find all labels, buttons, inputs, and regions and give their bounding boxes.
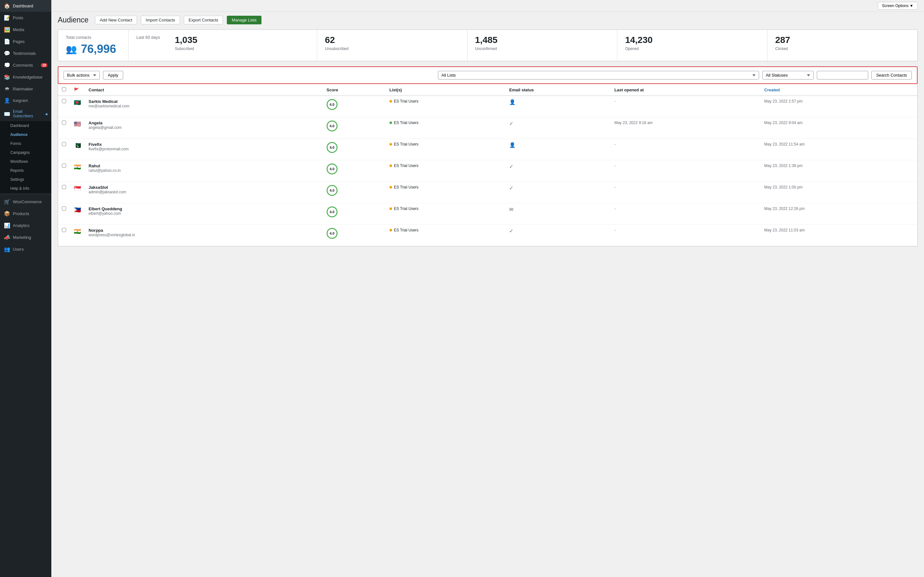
sidebar-item-workflows[interactable]: Workflows — [0, 157, 51, 166]
sidebar-item-media[interactable]: 🖼️ Media — [0, 24, 51, 35]
lists-header: List(s) — [386, 84, 506, 96]
row-flag-cell: 🇮🇳 — [70, 225, 85, 246]
sidebar-item-marketing[interactable]: 📣 Marketing — [0, 231, 51, 243]
row-created-cell: May 23, 2022 9:04 am — [760, 117, 917, 139]
row-last-opened-cell: - — [611, 225, 760, 246]
contact-header: Contact — [85, 84, 323, 96]
total-contacts-value: 👥 76,996 — [66, 42, 121, 56]
sidebar-item-help[interactable]: Help & Info — [0, 184, 51, 193]
table-row: 🇧🇩 Sarkis Medical me@sarkismedical.com E… — [58, 96, 917, 117]
comments-badge: 19 — [41, 63, 47, 67]
contact-email: me@sarkismedical.com — [89, 104, 319, 108]
email-subscribers-submenu: Dashboard Audience Forms Campaigns Workf… — [0, 121, 51, 193]
created-header[interactable]: Created — [760, 84, 917, 96]
posts-icon: 📝 — [4, 15, 10, 21]
contact-email: fivefix@protonmail.com — [89, 147, 319, 151]
row-checkbox-cell — [58, 203, 70, 225]
list-badge: ES Trial Users — [389, 121, 502, 125]
sidebar-item-posts[interactable]: 📝 Posts — [0, 12, 51, 24]
apply-button[interactable]: Apply — [103, 71, 123, 79]
score-circle: 4.0 — [326, 99, 338, 110]
row-checkbox-6[interactable] — [62, 206, 66, 211]
contact-name: Elbert Queddeng — [89, 206, 319, 211]
sidebar-item-campaigns[interactable]: Campaigns — [0, 148, 51, 157]
subscribed-value: 1,035 — [175, 35, 309, 45]
row-list-cell: ES Trial Users — [386, 225, 506, 246]
flag-header: 🚩 — [70, 84, 85, 96]
row-contact-cell: Sarkis Medical me@sarkismedical.com Edit… — [85, 96, 323, 117]
score-header: Score — [323, 84, 386, 96]
import-contacts-button[interactable]: Import Contacts — [141, 16, 180, 24]
row-checkbox-4[interactable] — [62, 163, 66, 168]
row-checkbox-2[interactable] — [62, 121, 66, 125]
unsubscribed-value: 62 — [325, 35, 459, 45]
sidebar-item-woocommerce[interactable]: 🛒 WooCommerce — [0, 196, 51, 208]
email-status-icon: ✉ — [509, 207, 513, 212]
sidebar-item-email-subscribers[interactable]: ✉️ Email Subscribers ◀ — [0, 106, 51, 121]
row-checkbox-cell — [58, 139, 70, 160]
sidebar-item-rainmaker[interactable]: 🌧 Rainmaker — [0, 83, 51, 95]
row-email-status-cell: ✓ — [505, 117, 611, 139]
row-list-cell: ES Trial Users — [386, 96, 506, 117]
row-list-cell: ES Trial Users — [386, 117, 506, 139]
sidebar-item-comments[interactable]: 💭 Comments 19 — [0, 59, 51, 71]
sidebar-item-icegram[interactable]: 👤 Icegram — [0, 95, 51, 106]
lists-filter-select[interactable]: All Lists ES Trial Users Newsletter — [438, 71, 759, 79]
sidebar-item-settings[interactable]: Settings — [0, 175, 51, 184]
search-contacts-input[interactable] — [817, 71, 868, 79]
marketing-icon: 📣 — [4, 234, 10, 240]
sidebar-item-forms[interactable]: Forms — [0, 139, 51, 148]
sidebar-item-audience[interactable]: Audience — [0, 130, 51, 139]
score-circle: 4.0 — [326, 142, 338, 153]
sidebar-item-es-dashboard[interactable]: Dashboard — [0, 121, 51, 130]
add-new-contact-button[interactable]: Add New Contact — [95, 16, 137, 24]
contact-name: Angela — [89, 121, 319, 125]
select-all-checkbox[interactable] — [62, 87, 66, 91]
sidebar-item-dashboard[interactable]: 🏠 Dashboard — [0, 0, 51, 12]
users-icon: 👥 — [4, 246, 10, 252]
row-checkbox-7[interactable] — [62, 228, 66, 232]
manage-lists-button[interactable]: Manage Lists — [227, 16, 261, 24]
list-badge: ES Trial Users — [389, 206, 502, 211]
row-contact-cell: JaksaSlot admin@jaksaslot.com Edit | Del… — [85, 182, 323, 203]
row-last-opened-cell: - — [611, 139, 760, 160]
row-checkbox-3[interactable] — [62, 142, 66, 146]
main-content: Screen Options ▼ Audience Add New Contac… — [51, 0, 924, 577]
last-opened-header: Last opened at — [611, 84, 760, 96]
list-dot — [389, 100, 392, 103]
country-flag: 🇺🇸 — [74, 121, 81, 127]
list-dot — [389, 186, 392, 189]
unconfirmed-label: Unconfirmed — [475, 47, 610, 51]
sidebar-item-knowledgebase[interactable]: 📚 Knowledgebase — [0, 71, 51, 83]
stats-total-contacts: Total contacts 👥 76,996 — [58, 30, 129, 61]
contact-name: Rahul — [89, 163, 319, 168]
screen-options-button[interactable]: Screen Options ▼ — [878, 2, 918, 10]
row-checkbox-5[interactable] — [62, 185, 66, 189]
list-badge: ES Trial Users — [389, 142, 502, 147]
pages-icon: 📄 — [4, 39, 10, 45]
stats-last60-header: Last 60 days — [129, 30, 167, 61]
sidebar-item-reports[interactable]: Reports — [0, 166, 51, 175]
sidebar-item-users[interactable]: 👥 Users — [0, 243, 51, 255]
row-checkbox-1[interactable] — [62, 99, 66, 103]
sidebar-item-products[interactable]: 📦 Products — [0, 208, 51, 219]
contact-email: wordpress@vortexglobal.in — [89, 233, 319, 237]
search-contacts-button[interactable]: Search Contacts — [871, 71, 912, 79]
status-filter-select[interactable]: All Statuses Subscribed Unsubscribed Unc… — [762, 71, 814, 79]
comments-icon: 💭 — [4, 62, 10, 68]
sidebar-item-testimonials[interactable]: 💬 Testimonials — [0, 47, 51, 59]
opened-label: Opened — [625, 47, 759, 51]
last60-label: Last 60 days — [136, 35, 167, 40]
row-last-opened-cell: - — [611, 160, 760, 182]
export-contacts-button[interactable]: Export Contacts — [184, 16, 223, 24]
table-row: 🇮🇳 Norppa wordpress@vortexglobal.in Edit… — [58, 225, 917, 246]
row-created-cell: May 23, 2022 11:03 am — [760, 225, 917, 246]
bulk-actions-select[interactable]: Bulk actions Delete Subscribe Unsubscrib… — [63, 71, 100, 79]
dashboard-icon: 🏠 — [4, 3, 10, 9]
contacts-tbody: 🇧🇩 Sarkis Medical me@sarkismedical.com E… — [58, 96, 917, 246]
row-created-cell: May 23, 2022 11:54 am — [760, 139, 917, 160]
sidebar-item-analytics[interactable]: 📊 Analytics — [0, 219, 51, 231]
stats-unconfirmed: 1,485 Unconfirmed — [467, 30, 618, 61]
sidebar-item-pages[interactable]: 📄 Pages — [0, 35, 51, 47]
row-list-cell: ES Trial Users — [386, 160, 506, 182]
